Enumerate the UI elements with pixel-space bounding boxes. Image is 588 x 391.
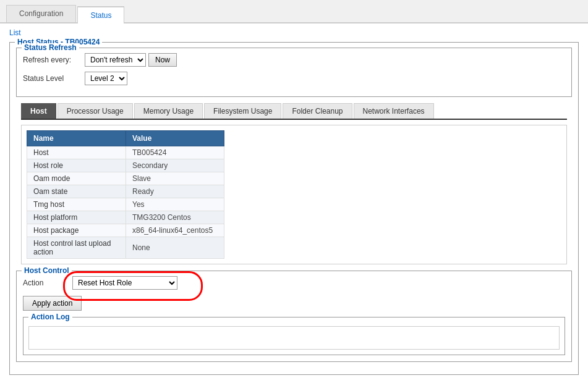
refresh-row: Refresh every: Don't refresh 5 seconds 1… (23, 53, 565, 67)
row-value-cell: Slave (126, 172, 224, 185)
table-row: Host roleSecondary (27, 159, 224, 172)
host-control-box: Host Control Action Reset Host Role Rest… (16, 271, 572, 362)
tab-host[interactable]: Host (21, 103, 56, 119)
refresh-label: Refresh every: (23, 56, 85, 64)
col-name-header: Name (27, 131, 126, 146)
status-refresh-title: Status Refresh (22, 43, 79, 52)
row-name-cell: Tmg host (27, 198, 126, 211)
status-refresh-box: Status Refresh Refresh every: Don't refr… (16, 48, 572, 97)
row-value-cell: TB005424 (126, 146, 224, 159)
tab-status[interactable]: Status (77, 6, 124, 23)
row-name-cell: Host (27, 146, 126, 159)
table-row: HostTB005424 (27, 146, 224, 159)
action-log-box: Action Log (23, 317, 565, 355)
now-button[interactable]: Now (148, 53, 177, 67)
table-row: Host platformTMG3200 Centos (27, 211, 224, 224)
action-select-wrapper: Reset Host Role Restart Shutdown Upload … (72, 276, 177, 290)
status-level-row: Status Level Level 1 Level 2 Level 3 (23, 72, 565, 85)
table-row: Host control last upload actionNone (27, 237, 224, 259)
row-name-cell: Host control last upload action (27, 237, 126, 259)
apply-action-button[interactable]: Apply action (23, 296, 82, 311)
action-row: Action Reset Host Role Restart Shutdown … (23, 276, 565, 290)
tab-network-interfaces[interactable]: Network Interfaces (354, 103, 434, 119)
tab-filesystem-usage[interactable]: Filesystem Usage (204, 103, 281, 119)
row-value-cell: None (126, 237, 224, 259)
tab-folder-cleanup[interactable]: Folder Cleanup (283, 103, 352, 119)
row-value-cell: Ready (126, 185, 224, 198)
tab-memory-usage[interactable]: Memory Usage (134, 103, 203, 119)
row-name-cell: Host platform (27, 211, 126, 224)
row-value-cell: Yes (126, 198, 224, 211)
refresh-controls: Don't refresh 5 seconds 10 seconds 30 se… (85, 53, 177, 67)
row-name-cell: Host package (27, 224, 126, 237)
table-row: Tmg hostYes (27, 198, 224, 211)
host-control-body: Action Reset Host Role Restart Shutdown … (17, 276, 571, 361)
table-row: Oam modeSlave (27, 172, 224, 185)
status-refresh-body: Refresh every: Don't refresh 5 seconds 1… (17, 53, 571, 96)
refresh-select[interactable]: Don't refresh 5 seconds 10 seconds 30 se… (85, 53, 146, 67)
table-row: Host packagex86_64-linux64_centos5 (27, 224, 224, 237)
host-control-title: Host Control (22, 266, 72, 275)
host-tab-content: Name Value HostTB005424Host roleSecondar… (21, 125, 567, 264)
page-content: List Host Status - TB005424 Status Refre… (0, 23, 588, 390)
tab-processor-usage[interactable]: Processor Usage (58, 103, 133, 119)
row-value-cell: TMG3200 Centos (126, 211, 224, 224)
host-status-box: Host Status - TB005424 Status Refresh Re… (9, 42, 579, 375)
col-value-header: Value (126, 131, 224, 146)
row-name-cell: Oam state (27, 185, 126, 198)
top-tabs-bar: Configuration Status (0, 0, 588, 23)
action-label: Action (23, 279, 72, 287)
host-data-table: Name Value HostTB005424Host roleSecondar… (27, 130, 224, 259)
inner-tabs-bar: Host Processor Usage Memory Usage Filesy… (21, 103, 567, 120)
tab-configuration[interactable]: Configuration (6, 5, 76, 22)
table-row: Oam stateReady (27, 185, 224, 198)
action-log-content (28, 326, 560, 350)
action-select[interactable]: Reset Host Role Restart Shutdown Upload … (72, 276, 177, 290)
action-log-title: Action Log (28, 313, 72, 321)
status-level-label: Status Level (23, 74, 85, 83)
row-value-cell: x86_64-linux64_centos5 (126, 224, 224, 237)
row-name-cell: Host role (27, 159, 126, 172)
outer-container: Configuration Status List Host Status - … (0, 0, 588, 391)
row-value-cell: Secondary (126, 159, 224, 172)
row-name-cell: Oam mode (27, 172, 126, 185)
host-status-body: Status Refresh Refresh every: Don't refr… (10, 48, 578, 374)
list-link[interactable]: List (9, 28, 21, 37)
status-level-controls: Level 1 Level 2 Level 3 (85, 72, 127, 85)
status-level-select[interactable]: Level 1 Level 2 Level 3 (85, 72, 127, 85)
